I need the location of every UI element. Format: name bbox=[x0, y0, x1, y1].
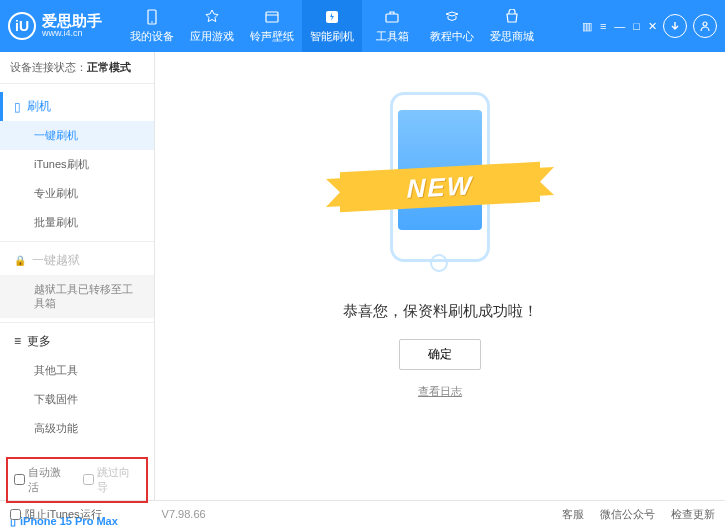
tutorial-icon bbox=[443, 8, 461, 26]
success-illustration: NEW bbox=[370, 92, 510, 282]
maximize-icon[interactable]: □ bbox=[633, 20, 640, 33]
apps-icon bbox=[203, 8, 221, 26]
sidebar-other-tools[interactable]: 其他工具 bbox=[0, 356, 154, 385]
nav-toolbox[interactable]: 工具箱 bbox=[362, 0, 422, 52]
store-icon bbox=[503, 8, 521, 26]
version-label: V7.98.66 bbox=[162, 508, 206, 520]
sidebar-more-header[interactable]: ≡ 更多 bbox=[0, 327, 154, 356]
footer-check-update[interactable]: 检查更新 bbox=[671, 507, 715, 522]
nav-smart-flash[interactable]: 智能刷机 bbox=[302, 0, 362, 52]
main-content: NEW 恭喜您，保资料刷机成功啦！ 确定 查看日志 bbox=[155, 52, 725, 500]
header-controls: ▥ ≡ — □ ✕ bbox=[572, 14, 717, 38]
lock-icon: 🔒 bbox=[14, 255, 26, 266]
success-message: 恭喜您，保资料刷机成功啦！ bbox=[343, 302, 538, 321]
minimize-icon[interactable]: — bbox=[614, 20, 625, 33]
flash-icon bbox=[323, 8, 341, 26]
confirm-button[interactable]: 确定 bbox=[399, 339, 481, 370]
download-button[interactable] bbox=[663, 14, 687, 38]
sidebar-jailbreak-header: 🔒 一键越狱 bbox=[0, 246, 154, 275]
device-icon bbox=[143, 8, 161, 26]
svg-rect-2 bbox=[266, 12, 278, 22]
close-icon[interactable]: ✕ bbox=[648, 20, 657, 33]
nav-ringtones[interactable]: 铃声壁纸 bbox=[242, 0, 302, 52]
svg-point-1 bbox=[151, 21, 153, 23]
ringtone-icon bbox=[263, 8, 281, 26]
nav-apps-games[interactable]: 应用游戏 bbox=[182, 0, 242, 52]
phone-icon: ▯ bbox=[14, 100, 21, 114]
user-button[interactable] bbox=[693, 14, 717, 38]
sidebar-advanced[interactable]: 高级功能 bbox=[0, 414, 154, 443]
sidebar-batch-flash[interactable]: 批量刷机 bbox=[0, 208, 154, 237]
view-log-link[interactable]: 查看日志 bbox=[418, 384, 462, 399]
options-highlight-box: 自动激活 跳过向导 bbox=[6, 457, 148, 503]
logo-title: 爱思助手 bbox=[42, 13, 102, 30]
nav-store[interactable]: 爱思商城 bbox=[482, 0, 542, 52]
skip-guide-checkbox[interactable]: 跳过向导 bbox=[83, 465, 140, 495]
auto-activate-checkbox[interactable]: 自动激活 bbox=[14, 465, 71, 495]
connection-status: 设备连接状态：正常模式 bbox=[0, 52, 154, 84]
logo-url: www.i4.cn bbox=[42, 29, 102, 39]
sidebar-itunes-flash[interactable]: iTunes刷机 bbox=[0, 150, 154, 179]
footer-support[interactable]: 客服 bbox=[562, 507, 584, 522]
sidebar-download-firmware[interactable]: 下载固件 bbox=[0, 385, 154, 414]
toolbox-icon bbox=[383, 8, 401, 26]
new-ribbon: NEW bbox=[340, 162, 540, 212]
menu-icon[interactable]: ≡ bbox=[600, 20, 606, 33]
sidebar-jailbreak-note: 越狱工具已转移至工具箱 bbox=[0, 275, 154, 318]
block-itunes-checkbox[interactable]: 阻止iTunes运行 bbox=[10, 507, 102, 522]
app-header: iU 爱思助手 www.i4.cn 我的设备 应用游戏 铃声壁纸 智能刷机 工具… bbox=[0, 0, 725, 52]
nav-tutorials[interactable]: 教程中心 bbox=[422, 0, 482, 52]
hamburger-icon: ≡ bbox=[14, 334, 21, 348]
sidebar-flash-header[interactable]: ▯ 刷机 bbox=[0, 92, 154, 121]
svg-point-5 bbox=[703, 22, 707, 26]
sidebar-one-click-flash[interactable]: 一键刷机 bbox=[0, 121, 154, 150]
footer-wechat[interactable]: 微信公众号 bbox=[600, 507, 655, 522]
svg-rect-4 bbox=[386, 14, 398, 22]
logo: iU 爱思助手 www.i4.cn bbox=[8, 12, 102, 40]
sidebar: 设备连接状态：正常模式 ▯ 刷机 一键刷机 iTunes刷机 专业刷机 批量刷机… bbox=[0, 52, 155, 500]
logo-icon: iU bbox=[8, 12, 36, 40]
top-nav: 我的设备 应用游戏 铃声壁纸 智能刷机 工具箱 教程中心 爱思商城 bbox=[122, 0, 572, 52]
skin-icon[interactable]: ▥ bbox=[582, 20, 592, 33]
sidebar-pro-flash[interactable]: 专业刷机 bbox=[0, 179, 154, 208]
nav-my-device[interactable]: 我的设备 bbox=[122, 0, 182, 52]
